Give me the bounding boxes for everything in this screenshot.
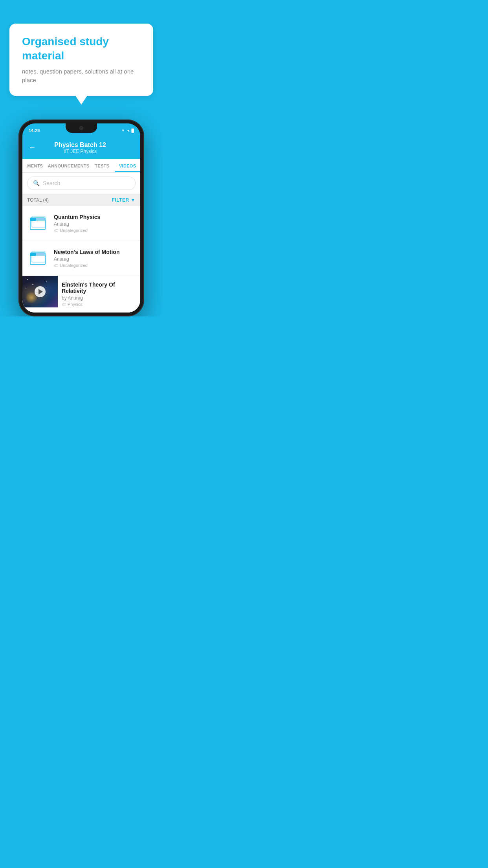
star-decoration xyxy=(46,281,47,281)
status-icons: ▼ ◄ █ xyxy=(121,129,134,132)
filter-bar: TOTAL (4) FILTER ▼ xyxy=(22,194,140,206)
filter-label: FILTER xyxy=(112,197,129,203)
video-author: by Anurag xyxy=(62,295,136,301)
video-tag: 🏷 Uncategorized xyxy=(54,263,136,268)
video-title: Newton's Laws of Motion xyxy=(54,249,136,255)
battery-icon: █ xyxy=(132,129,134,132)
promo-section: Organised study material notes, question… xyxy=(0,0,163,96)
video-title: Einstein's Theory Of Relativity xyxy=(62,281,136,294)
app-header: ← Physics Batch 12 IIT JEE Physics xyxy=(22,138,140,159)
back-button[interactable]: ← xyxy=(29,143,36,152)
video-tag: 🏷 Physics xyxy=(62,302,136,307)
svg-rect-5 xyxy=(30,255,45,265)
tab-ments[interactable]: MENTS xyxy=(22,159,48,172)
camera-icon xyxy=(79,126,83,130)
video-tag: 🏷 Uncategorized xyxy=(54,228,136,233)
svg-rect-2 xyxy=(30,218,36,221)
list-item[interactable]: Einstein's Theory Of Relativity by Anura… xyxy=(22,276,140,313)
star-decoration xyxy=(32,284,33,285)
tag-icon: 🏷 xyxy=(54,263,58,268)
promo-subtitle: notes, question papers, solutions all at… xyxy=(22,67,141,85)
svg-rect-6 xyxy=(30,253,36,256)
video-info: Quantum Physics Anurag 🏷 Uncategorized xyxy=(54,214,136,233)
filter-button[interactable]: FILTER ▼ xyxy=(112,197,136,203)
tabs-bar: MENTS ANNOUNCEMENTS TESTS VIDEOS xyxy=(22,159,140,173)
folder-thumbnail xyxy=(27,212,49,234)
play-icon xyxy=(39,289,43,294)
video-title: Quantum Physics xyxy=(54,214,136,220)
svg-rect-1 xyxy=(30,220,45,230)
search-icon: 🔍 xyxy=(33,180,40,186)
video-author: Anurag xyxy=(54,256,136,262)
tag-icon: 🏷 xyxy=(62,302,66,307)
star-decoration xyxy=(26,288,26,289)
video-author: Anurag xyxy=(54,221,136,227)
promo-title: Organised study material xyxy=(22,35,141,63)
speech-bubble: Organised study material notes, question… xyxy=(9,24,153,96)
signal-icon: ◄ xyxy=(127,129,130,132)
filter-icon: ▼ xyxy=(131,197,136,203)
tag-label: Uncategorized xyxy=(60,228,88,233)
einstein-thumbnail xyxy=(22,276,58,307)
list-item[interactable]: Quantum Physics Anurag 🏷 Uncategorized xyxy=(22,206,140,241)
status-time: 14:29 xyxy=(29,128,40,133)
list-item[interactable]: Newton's Laws of Motion Anurag 🏷 Uncateg… xyxy=(22,241,140,276)
app-screen: ← Physics Batch 12 IIT JEE Physics MENTS… xyxy=(22,138,140,313)
search-input-wrapper[interactable]: 🔍 Search xyxy=(27,177,136,190)
header-title-group: Physics Batch 12 IIT JEE Physics xyxy=(40,142,120,154)
phone-notch xyxy=(66,123,97,133)
play-button[interactable] xyxy=(35,286,46,297)
tag-label: Uncategorized xyxy=(60,263,88,268)
tag-label: Physics xyxy=(68,302,83,307)
phone-outer: 14:29 ▼ ◄ █ ← Physics Batch 12 IIT JEE P… xyxy=(18,120,144,316)
tab-tests[interactable]: TESTS xyxy=(90,159,115,172)
tab-videos[interactable]: VIDEOS xyxy=(115,159,140,172)
video-info: Newton's Laws of Motion Anurag 🏷 Uncateg… xyxy=(54,249,136,268)
folder-thumbnail xyxy=(27,247,49,269)
header-title: Physics Batch 12 xyxy=(40,142,120,149)
total-count: TOTAL (4) xyxy=(27,197,49,203)
tab-announcements[interactable]: ANNOUNCEMENTS xyxy=(48,159,90,172)
search-container: 🔍 Search xyxy=(22,173,140,194)
video-list: Quantum Physics Anurag 🏷 Uncategorized xyxy=(22,206,140,313)
status-bar: 14:29 ▼ ◄ █ xyxy=(22,123,140,138)
star-decoration xyxy=(27,279,28,280)
phone-mockup: 14:29 ▼ ◄ █ ← Physics Batch 12 IIT JEE P… xyxy=(18,120,144,316)
video-info: Einstein's Theory Of Relativity by Anura… xyxy=(58,276,140,312)
wifi-icon: ▼ xyxy=(121,129,125,132)
search-placeholder: Search xyxy=(43,180,60,186)
tag-icon: 🏷 xyxy=(54,228,58,233)
header-subtitle: IIT JEE Physics xyxy=(40,149,120,154)
